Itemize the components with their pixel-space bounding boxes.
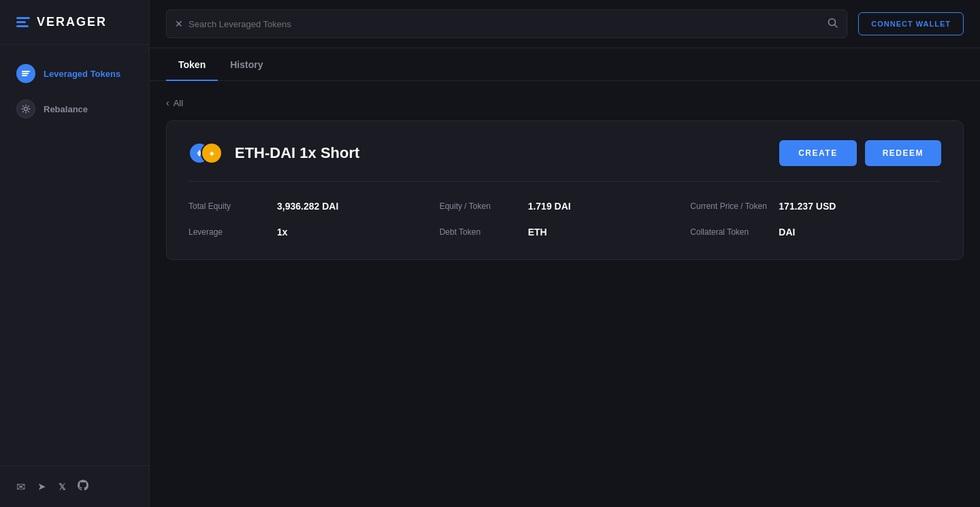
leverage-label: Leverage <box>189 227 277 237</box>
sidebar-nav: Leveraged Tokens Rebalance <box>0 45 149 465</box>
token-header: ◈ ETH-DAI 1x Short CREATE REDEEM <box>189 140 941 182</box>
app-name: VERAGER <box>37 15 107 29</box>
collateral-token-value: DAI <box>779 227 795 238</box>
content-area: ‹ All <box>150 81 980 507</box>
tabs-bar: Token History <box>150 48 980 81</box>
total-equity-cell: Total Equity 3,936.282 DAI <box>189 201 440 212</box>
current-price-value: 171.237 USD <box>779 201 836 212</box>
collateral-token-label: Collateral Token <box>690 227 779 237</box>
tab-history[interactable]: History <box>218 48 275 81</box>
debt-token-cell: Debt Token ETH <box>440 227 691 238</box>
connect-wallet-button[interactable]: CONNECT WALLET <box>858 12 964 35</box>
github-icon[interactable] <box>78 480 88 493</box>
total-equity-label: Total Equity <box>189 201 277 211</box>
email-icon[interactable]: ✉ <box>16 480 25 493</box>
equity-per-token-label: Equity / Token <box>440 201 528 211</box>
sidebar-item-rebalance-label: Rebalance <box>44 104 88 114</box>
logo-bar-3 <box>16 25 29 27</box>
sidebar: VERAGER Leveraged Tokens Rebalance <box>0 0 150 507</box>
leverage-value: 1x <box>277 227 288 238</box>
search-bar[interactable]: ✕ <box>166 10 847 38</box>
redeem-button[interactable]: REDEEM <box>865 140 941 166</box>
stats-row-1: Total Equity 3,936.282 DAI Equity / Toke… <box>189 201 941 212</box>
current-price-label: Current Price / Token <box>690 201 779 211</box>
svg-rect-2 <box>22 75 27 76</box>
equity-per-token-cell: Equity / Token 1.719 DAI <box>440 201 691 212</box>
logo-icon <box>16 17 30 27</box>
collateral-token-cell: Collateral Token DAI <box>690 227 941 238</box>
sidebar-item-leveraged-tokens[interactable]: Leveraged Tokens <box>0 56 149 91</box>
logo-bar-1 <box>16 17 30 19</box>
equity-per-token-value: 1.719 DAI <box>528 201 571 212</box>
debt-token-label: Debt Token <box>440 227 528 237</box>
token-name: ETH-DAI 1x Short <box>235 144 359 162</box>
token-card: ◈ ETH-DAI 1x Short CREATE REDEEM Total E… <box>166 120 964 260</box>
dai-icon: ◈ <box>201 142 223 164</box>
search-clear-icon[interactable]: ✕ <box>175 18 183 29</box>
leveraged-tokens-icon <box>16 64 35 83</box>
back-link[interactable]: ‹ All <box>166 97 964 108</box>
token-actions: CREATE REDEEM <box>779 140 941 166</box>
logo-area: VERAGER <box>0 0 149 45</box>
leverage-cell: Leverage 1x <box>189 227 440 238</box>
current-price-cell: Current Price / Token 171.237 USD <box>690 201 941 212</box>
sidebar-footer: ✉ ➤ 𝕏 <box>0 465 149 507</box>
search-input[interactable] <box>189 19 822 29</box>
tab-token[interactable]: Token <box>166 48 218 81</box>
logo-bar-2 <box>16 21 26 23</box>
svg-text:◈: ◈ <box>209 150 214 157</box>
back-chevron-icon: ‹ <box>166 97 169 108</box>
debt-token-value: ETH <box>528 227 547 238</box>
main-content: ✕ CONNECT WALLET Token History ‹ All <box>150 0 980 507</box>
token-title-group: ◈ ETH-DAI 1x Short <box>189 141 359 165</box>
sidebar-item-leveraged-tokens-label: Leveraged Tokens <box>44 69 120 79</box>
token-stats: Total Equity 3,936.282 DAI Equity / Toke… <box>189 201 941 238</box>
token-icons: ◈ <box>189 141 224 165</box>
sidebar-item-rebalance[interactable]: Rebalance <box>0 91 149 127</box>
rebalance-icon <box>16 99 35 118</box>
svg-point-3 <box>24 108 28 111</box>
svg-rect-0 <box>22 71 30 72</box>
total-equity-value: 3,936.282 DAI <box>277 201 338 212</box>
twitter-icon[interactable]: 𝕏 <box>59 482 65 492</box>
telegram-icon[interactable]: ➤ <box>37 480 46 493</box>
search-icon <box>828 18 838 31</box>
stats-row-2: Leverage 1x Debt Token ETH Collateral To… <box>189 227 941 238</box>
svg-rect-1 <box>22 73 29 74</box>
create-button[interactable]: CREATE <box>779 140 856 166</box>
header: ✕ CONNECT WALLET <box>150 0 980 48</box>
back-link-label: All <box>174 98 183 108</box>
